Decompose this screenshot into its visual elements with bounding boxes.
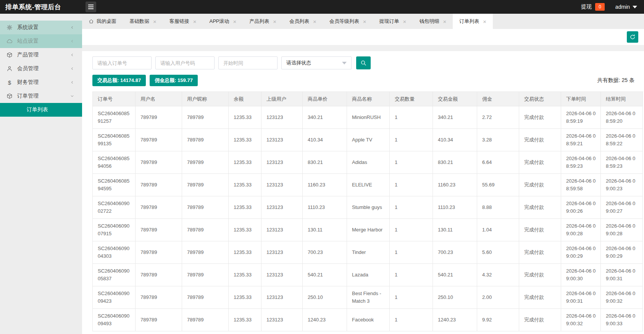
tab-close-icon[interactable]: × — [153, 19, 157, 24]
tab[interactable]: 会员列表× — [283, 14, 323, 29]
tab[interactable]: 我的桌面 — [82, 14, 123, 29]
refresh-button[interactable] — [627, 31, 638, 43]
table-row: SC260406090043037897897897891235.3312312… — [93, 241, 643, 264]
table-cell: 789789 — [136, 264, 182, 286]
table-cell: 完成付款 — [519, 174, 561, 196]
table-cell: 1235.33 — [229, 196, 261, 219]
table-cell: 1235.33 — [229, 219, 261, 241]
tab-close-icon[interactable]: × — [273, 19, 276, 24]
table-cell: 1160.23 — [303, 174, 347, 196]
table-cell: 1 — [390, 286, 433, 309]
tab[interactable]: 客服链接× — [163, 14, 203, 29]
tab-close-icon[interactable]: × — [233, 19, 237, 24]
box-icon — [6, 52, 13, 58]
table-cell: MinionRUSH — [347, 106, 390, 129]
table-cell: SC26040609002722 — [93, 196, 136, 219]
table-cell: Merge Harbor — [347, 219, 390, 241]
dollar-icon: $ — [6, 79, 13, 85]
tab[interactable]: 订单列表× — [453, 14, 493, 29]
table-cell: Facebook — [347, 309, 390, 331]
table-cell: 700.23 — [433, 241, 477, 264]
sidebar-item[interactable]: 站点设置 — [0, 34, 82, 48]
table-cell: 789789 — [182, 106, 229, 129]
menu-toggle-icon[interactable] — [86, 2, 96, 12]
status-select[interactable]: 请选择状态 — [281, 56, 352, 69]
table-cell: 1235.33 — [229, 151, 261, 174]
tab-close-icon[interactable]: × — [443, 19, 446, 24]
tab[interactable]: APP滚动× — [203, 14, 243, 29]
table-cell: 9.92 — [477, 309, 519, 331]
user-menu[interactable]: admin — [615, 4, 637, 10]
sidebar-item-label: 站点设置 — [17, 38, 39, 45]
table-cell: 2026-04-06 09:00:28 — [601, 219, 643, 241]
filter-bar: 请选择状态 — [92, 56, 644, 69]
table-cell: 2.72 — [477, 106, 519, 129]
table-cell: 2026-04-06 09:00:29 — [601, 241, 643, 264]
sidebar-item[interactable]: 会员管理 — [0, 62, 82, 75]
sidebar-item-label: 会员管理 — [17, 65, 39, 72]
order-no-input[interactable] — [92, 56, 152, 69]
tab-close-icon[interactable]: × — [193, 19, 197, 24]
tab-label: 客服链接 — [169, 18, 189, 25]
table-cell: Stumble guys — [347, 196, 390, 219]
withdraw-link[interactable]: 提现 — [581, 3, 592, 10]
tab-label: 我的桌面 — [97, 18, 116, 25]
user-no-input[interactable] — [155, 56, 215, 69]
sidebar-item[interactable]: 产品管理 — [0, 48, 82, 62]
table-cell: SC26040608594056 — [93, 151, 136, 174]
tab[interactable]: 产品列表× — [243, 14, 283, 29]
column-header: 交易数量 — [390, 92, 433, 106]
spacer — [82, 45, 644, 51]
sidebar-item[interactable]: 订单管理 — [0, 89, 82, 103]
sidebar-subitem-order-list[interactable]: 订单列表 — [0, 103, 82, 117]
table-cell: Tinder — [347, 241, 390, 264]
tab[interactable]: 提现订单× — [373, 14, 413, 29]
sidebar-item-label: 财务管理 — [17, 79, 39, 86]
table-cell: 1235.33 — [229, 241, 261, 264]
table-cell: 540.21 — [303, 264, 347, 286]
tab-close-icon[interactable]: × — [403, 19, 407, 24]
sidebar-item-label: 订单管理 — [17, 93, 39, 100]
table-row: SC260406085945957897897897891235.3312312… — [93, 174, 643, 196]
table-cell: Adidas — [347, 151, 390, 174]
sidebar-item[interactable]: $财务管理 — [0, 75, 82, 89]
table-cell: 1 — [390, 264, 433, 286]
table-cell: 2026-04-06 08:59:58 — [561, 174, 601, 196]
table-cell: 1235.33 — [229, 174, 261, 196]
withdraw-count-badge: 0 — [595, 3, 605, 11]
column-header: 用户名 — [136, 92, 182, 106]
chevron-down-icon — [633, 6, 637, 8]
table-cell: 3.28 — [477, 129, 519, 151]
table-cell: 123123 — [261, 129, 303, 151]
search-button[interactable] — [356, 56, 371, 69]
table-cell: SC26040609007915 — [93, 219, 136, 241]
tab[interactable]: 基础数据× — [123, 14, 163, 29]
toolbar — [82, 29, 644, 45]
table-cell: 123123 — [261, 151, 303, 174]
table-cell: 1 — [390, 174, 433, 196]
tab-label: 会员列表 — [289, 18, 309, 25]
table-cell: 789789 — [136, 241, 182, 264]
table-cell: 2026-04-06 09:00:31 — [601, 264, 643, 286]
table-cell: 2026-04-06 09:00:26 — [561, 196, 601, 219]
tab-close-icon[interactable]: × — [313, 19, 316, 24]
start-time-input[interactable] — [218, 56, 278, 69]
table-cell: 1 — [390, 129, 433, 151]
search-icon — [360, 60, 366, 66]
table-cell: 789789 — [182, 129, 229, 151]
tab[interactable]: 会员等级列表× — [323, 14, 373, 29]
column-header: 下单时间 — [561, 92, 601, 106]
tab-close-icon[interactable]: × — [363, 19, 366, 24]
table-cell: 123123 — [261, 286, 303, 309]
table-cell: SC26040609009423 — [93, 286, 136, 309]
table-cell: 123123 — [261, 309, 303, 331]
table-cell: Lazada — [347, 264, 390, 286]
app-title: 排单系统-管理后台 — [0, 3, 61, 11]
table-cell: 2026-04-06 09:00:27 — [601, 196, 643, 219]
tab-close-icon[interactable]: × — [483, 19, 486, 24]
table-cell: 2026-04-06 09:00:32 — [601, 286, 643, 309]
status-select-value: 请选择状态 — [286, 59, 311, 66]
tab[interactable]: 钱包明细× — [413, 14, 453, 29]
sidebar-item[interactable]: 系统设置 — [0, 21, 82, 34]
tab-label: 产品列表 — [249, 18, 269, 25]
